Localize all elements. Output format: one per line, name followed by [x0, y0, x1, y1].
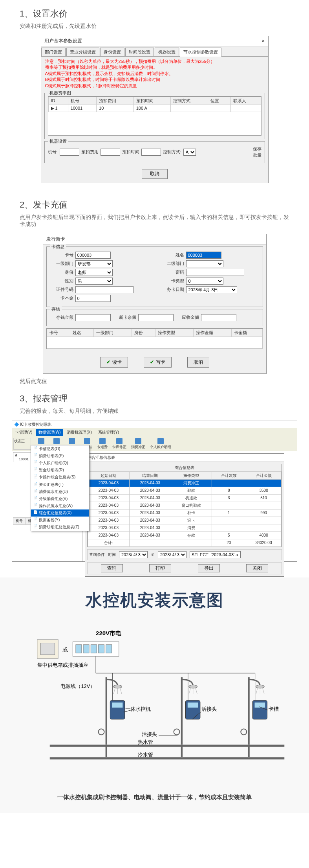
date-select[interactable]: 2023年 4月 3日: [186, 286, 237, 293]
tab-dept[interactable]: 部门设置: [41, 48, 66, 56]
tb-personal[interactable]: 个人帐户明细: [150, 438, 171, 450]
dd-opsum[interactable]: 操作员流水汇总(W): [31, 502, 89, 509]
dd-backup[interactable]: 数据备份(Y): [31, 517, 89, 524]
prefee-input[interactable]: [101, 149, 120, 156]
cell: 2023-04-03: [129, 494, 171, 502]
dd-personal[interactable]: 个人帐户明细(Q): [31, 460, 89, 467]
pretime-input[interactable]: [141, 149, 161, 156]
section2-desc: 点用户发卡按钮后出现下面的界面，我们把用户卡放上来，点读卡后，输入卡的相关信息，…: [20, 214, 289, 228]
dd-fundsum[interactable]: 资金汇总表(T): [31, 481, 89, 488]
cardtype-select[interactable]: 0: [186, 278, 223, 285]
cell: 2023-04-03: [129, 487, 171, 494]
batch-button[interactable]: 批量: [253, 152, 261, 158]
query-button[interactable]: 查询: [101, 564, 123, 572]
dept2-select[interactable]: [186, 260, 223, 267]
table-row[interactable]: 2023-04-032023-04-03勤款83500: [88, 487, 282, 494]
dd-cardop[interactable]: 卡操作综合信息表(S): [31, 474, 89, 481]
write-card-button[interactable]: ✔写卡: [144, 357, 172, 368]
label-name: 姓名: [161, 252, 184, 258]
tab-machine[interactable]: 机器设置: [155, 48, 179, 56]
label-machine-no: 机号:: [48, 149, 58, 155]
read-card-button[interactable]: ✔读卡: [100, 357, 128, 368]
cell: [246, 502, 281, 509]
gender-select[interactable]: 男: [75, 278, 113, 285]
readcard-icon: [53, 438, 60, 444]
name-input[interactable]: 000003: [186, 252, 221, 259]
dd-compsum[interactable]: 综合汇总信息表(X): [31, 509, 89, 517]
col-id: ID: [48, 97, 68, 105]
tb-reverse[interactable]: 消费冲正: [131, 438, 145, 450]
svg-line-22: [196, 688, 197, 694]
date-from[interactable]: 2023/ 4/ 3: [119, 551, 148, 558]
menu-card[interactable]: 卡管理(V): [13, 429, 35, 436]
cardno-input[interactable]: 000003: [75, 252, 111, 259]
cell: [246, 479, 281, 487]
or-label: 或: [62, 646, 68, 653]
dept1-select[interactable]: 研发部: [75, 260, 113, 267]
cell: 10001: [68, 105, 96, 112]
table-row[interactable]: 2023-04-032023-04-03消费: [88, 524, 282, 531]
cancel-button[interactable]: 取消: [142, 169, 168, 179]
ctrlmode-select[interactable]: A: [183, 149, 196, 156]
idno-input[interactable]: [75, 286, 133, 293]
table-row[interactable]: ▶ 1 10001 10 100 A: [48, 105, 261, 112]
table-row[interactable]: 2023-04-032023-04-03消费冲正: [88, 479, 282, 487]
principal-input[interactable]: 0: [75, 295, 111, 302]
table-row[interactable]: 2023-04-032023-04-03机退款3510: [88, 494, 282, 502]
report-subwindow: 综合汇总信息表 综合信息表 起始日期 结束日期 操作类型 合计次数 合计金额 2…: [85, 453, 284, 577]
cell: 存款: [171, 531, 212, 539]
cell: 1: [212, 509, 246, 517]
pwd-input[interactable]: [186, 269, 244, 276]
dd-detail[interactable]: 消费明细表(P): [31, 452, 89, 460]
svg-point-25: [174, 729, 180, 735]
table-row[interactable]: 2023-04-032023-04-03退卡: [88, 517, 282, 524]
label-ctrlmode: 控制方式:: [163, 149, 181, 155]
window-titlebar: 用户基本参数设置 ×: [41, 36, 268, 46]
tb-fixlib[interactable]: 卡库修正: [112, 438, 126, 450]
tab-biz[interactable]: 营业分组设置: [66, 48, 99, 56]
cell: 3: [212, 494, 246, 502]
close-button[interactable]: 关闭: [246, 564, 268, 572]
subsidy-icon: [69, 438, 75, 444]
dd-fund[interactable]: 资金明细表(R): [31, 467, 89, 474]
export-button[interactable]: 导出: [198, 564, 220, 572]
tab-water-control[interactable]: 节水控制参数设置: [180, 48, 221, 57]
close-icon[interactable]: ×: [261, 38, 265, 44]
report-title: 综合汇总信息表: [85, 454, 284, 462]
menu-sys[interactable]: 系统管理(Y): [96, 429, 121, 436]
machine-no-input[interactable]: [60, 149, 79, 156]
device-label: 一体水控机: [125, 706, 151, 712]
label-deposit: 存钱金额: [50, 314, 73, 320]
tb-refund[interactable]: 卡退费: [97, 438, 108, 450]
tab-time[interactable]: 时间段设置: [125, 48, 154, 56]
dd-cardinfo[interactable]: 卡信息表(O): [31, 445, 89, 452]
dd-detailsum[interactable]: 消费明细汇总信息表(Z): [31, 524, 89, 531]
svg-line-31: [263, 688, 264, 694]
receivable-input[interactable]: [201, 314, 236, 321]
print-button[interactable]: 打印: [149, 564, 171, 572]
table-row[interactable]: 2023-04-032023-04-03补卡1990: [88, 509, 282, 517]
tab-id[interactable]: 身份设置: [100, 48, 124, 56]
label-pwd: 密码: [161, 269, 184, 275]
table-row[interactable]: 2023-04-032023-04-03窗口机勤款: [88, 502, 282, 509]
report-subtitle: 综合信息表: [88, 464, 282, 472]
th: 身份: [132, 329, 155, 337]
notice-text: 注意：预扣时间（以秒为单位，最大为255秒），预扣费用（以分为单位，最大为255…: [41, 57, 268, 91]
balance-input[interactable]: [138, 314, 174, 321]
menu-data[interactable]: 数据管理(W): [36, 429, 63, 436]
cancel-button[interactable]: 取消: [187, 357, 209, 368]
sql-input[interactable]: [190, 551, 241, 558]
cell: 2023-04-03: [129, 479, 171, 487]
dd-flowsum[interactable]: 消费流水汇总(U): [31, 488, 89, 495]
dd-levelsum[interactable]: 分级消费汇总(V): [31, 495, 89, 502]
table-row[interactable]: 2023-04-032023-04-03存款54000: [88, 531, 282, 539]
status-box: 状态正: [13, 438, 31, 450]
date-to[interactable]: 2023/ 4/ 3: [158, 551, 186, 558]
cell: 5: [212, 531, 246, 539]
menu-pos[interactable]: 消费机管理(X): [64, 429, 94, 436]
deposit-input[interactable]: [75, 314, 111, 321]
save-button[interactable]: 保存: [253, 146, 261, 152]
table-row[interactable]: 合计:2034020.00: [88, 539, 282, 546]
rate-group: 机器费率图 ID 机号 预扣费用 预扣时间 控制方式 位置 联系人 ▶ 1 10…: [44, 93, 265, 139]
role-select[interactable]: 老师: [75, 269, 113, 276]
